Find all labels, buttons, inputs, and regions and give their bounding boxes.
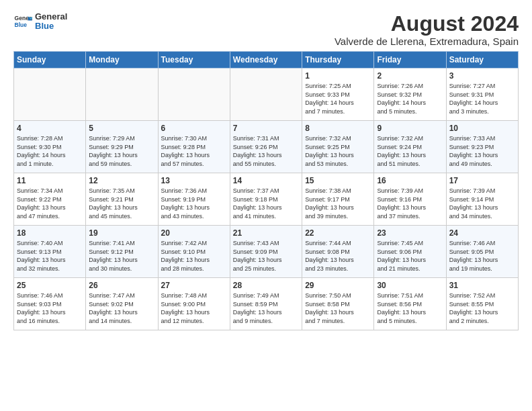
day-number: 27 bbox=[161, 281, 227, 290]
calendar-cell: 31Sunrise: 7:52 AM Sunset: 8:55 PM Dayli… bbox=[446, 278, 518, 330]
calendar-cell: 26Sunrise: 7:47 AM Sunset: 9:02 PM Dayli… bbox=[86, 278, 158, 330]
calendar-cell: 10Sunrise: 7:33 AM Sunset: 9:23 PM Dayli… bbox=[446, 121, 518, 173]
calendar-cell: 11Sunrise: 7:34 AM Sunset: 9:22 PM Dayli… bbox=[14, 173, 86, 226]
day-number: 26 bbox=[89, 281, 154, 290]
day-number: 28 bbox=[233, 281, 299, 290]
calendar-cell: 6Sunrise: 7:30 AM Sunset: 9:28 PM Daylig… bbox=[158, 121, 230, 173]
header-row: SundayMondayTuesdayWednesdayThursdayFrid… bbox=[14, 52, 519, 68]
cell-info: Sunrise: 7:25 AM Sunset: 9:33 PM Dayligh… bbox=[305, 82, 371, 116]
calendar-cell: 19Sunrise: 7:41 AM Sunset: 9:12 PM Dayli… bbox=[86, 226, 158, 278]
calendar-cell: 29Sunrise: 7:50 AM Sunset: 8:58 PM Dayli… bbox=[302, 278, 374, 330]
day-number: 17 bbox=[449, 176, 515, 185]
day-number: 12 bbox=[89, 176, 154, 185]
header-wednesday: Wednesday bbox=[230, 52, 302, 68]
header-monday: Monday bbox=[86, 52, 158, 68]
logo: General Blue General Blue bbox=[13, 12, 67, 32]
calendar-cell: 18Sunrise: 7:40 AM Sunset: 9:13 PM Dayli… bbox=[14, 226, 86, 278]
day-number: 1 bbox=[305, 71, 371, 81]
day-number: 14 bbox=[233, 176, 299, 185]
calendar-cell: 25Sunrise: 7:46 AM Sunset: 9:03 PM Dayli… bbox=[14, 278, 86, 330]
calendar-cell: 15Sunrise: 7:38 AM Sunset: 9:17 PM Dayli… bbox=[302, 173, 374, 226]
day-number: 29 bbox=[305, 281, 371, 290]
page: General Blue General Blue August 2024 Va… bbox=[0, 0, 532, 337]
day-number: 8 bbox=[305, 124, 371, 133]
calendar-cell: 4Sunrise: 7:28 AM Sunset: 9:30 PM Daylig… bbox=[14, 121, 86, 173]
calendar-cell: 9Sunrise: 7:32 AM Sunset: 9:24 PM Daylig… bbox=[374, 121, 446, 173]
calendar-cell: 17Sunrise: 7:39 AM Sunset: 9:14 PM Dayli… bbox=[446, 173, 518, 226]
day-number: 2 bbox=[377, 71, 443, 81]
title-block: August 2024 Valverde de Llerena, Extrema… bbox=[335, 12, 519, 47]
day-number: 11 bbox=[17, 176, 83, 185]
day-number: 7 bbox=[233, 124, 299, 133]
cell-info: Sunrise: 7:32 AM Sunset: 9:24 PM Dayligh… bbox=[377, 134, 443, 168]
header-saturday: Saturday bbox=[446, 52, 518, 68]
cell-info: Sunrise: 7:40 AM Sunset: 9:13 PM Dayligh… bbox=[17, 239, 83, 273]
cell-info: Sunrise: 7:46 AM Sunset: 9:03 PM Dayligh… bbox=[17, 291, 83, 325]
day-number: 13 bbox=[161, 176, 227, 185]
cell-info: Sunrise: 7:46 AM Sunset: 9:05 PM Dayligh… bbox=[449, 239, 515, 273]
calendar-cell: 24Sunrise: 7:46 AM Sunset: 9:05 PM Dayli… bbox=[446, 226, 518, 278]
header-friday: Friday bbox=[374, 52, 446, 68]
calendar-cell: 7Sunrise: 7:31 AM Sunset: 9:26 PM Daylig… bbox=[230, 121, 302, 173]
cell-info: Sunrise: 7:51 AM Sunset: 8:56 PM Dayligh… bbox=[377, 291, 443, 325]
calendar-cell: 28Sunrise: 7:49 AM Sunset: 8:59 PM Dayli… bbox=[230, 278, 302, 330]
calendar-cell: 21Sunrise: 7:43 AM Sunset: 9:09 PM Dayli… bbox=[230, 226, 302, 278]
cell-info: Sunrise: 7:39 AM Sunset: 9:16 PM Dayligh… bbox=[377, 187, 443, 220]
header-tuesday: Tuesday bbox=[158, 52, 230, 68]
logo-blue: Blue bbox=[35, 21, 67, 31]
day-number: 10 bbox=[449, 124, 515, 133]
day-number: 4 bbox=[17, 124, 83, 133]
calendar-cell: 22Sunrise: 7:44 AM Sunset: 9:08 PM Dayli… bbox=[302, 226, 374, 278]
calendar-cell: 12Sunrise: 7:35 AM Sunset: 9:21 PM Dayli… bbox=[86, 173, 158, 226]
day-number: 6 bbox=[161, 124, 227, 133]
day-number: 24 bbox=[449, 228, 515, 238]
calendar-cell: 13Sunrise: 7:36 AM Sunset: 9:19 PM Dayli… bbox=[158, 173, 230, 226]
cell-info: Sunrise: 7:52 AM Sunset: 8:55 PM Dayligh… bbox=[449, 291, 515, 325]
calendar-cell bbox=[86, 68, 158, 121]
week-row-5: 25Sunrise: 7:46 AM Sunset: 9:03 PM Dayli… bbox=[14, 278, 519, 330]
week-row-3: 11Sunrise: 7:34 AM Sunset: 9:22 PM Dayli… bbox=[14, 173, 519, 226]
calendar-cell bbox=[14, 68, 86, 121]
logo-icon: General Blue bbox=[13, 12, 32, 31]
cell-info: Sunrise: 7:38 AM Sunset: 9:17 PM Dayligh… bbox=[305, 187, 371, 220]
day-number: 31 bbox=[449, 281, 515, 290]
cell-info: Sunrise: 7:43 AM Sunset: 9:09 PM Dayligh… bbox=[233, 239, 299, 273]
day-number: 30 bbox=[377, 281, 443, 290]
cell-info: Sunrise: 7:29 AM Sunset: 9:29 PM Dayligh… bbox=[89, 134, 154, 168]
cell-info: Sunrise: 7:48 AM Sunset: 9:00 PM Dayligh… bbox=[161, 291, 227, 325]
cell-info: Sunrise: 7:37 AM Sunset: 9:18 PM Dayligh… bbox=[233, 187, 299, 220]
week-row-2: 4Sunrise: 7:28 AM Sunset: 9:30 PM Daylig… bbox=[14, 121, 519, 173]
calendar-cell: 30Sunrise: 7:51 AM Sunset: 8:56 PM Dayli… bbox=[374, 278, 446, 330]
calendar-cell: 27Sunrise: 7:48 AM Sunset: 9:00 PM Dayli… bbox=[158, 278, 230, 330]
cell-info: Sunrise: 7:35 AM Sunset: 9:21 PM Dayligh… bbox=[89, 187, 154, 220]
svg-text:Blue: Blue bbox=[15, 21, 28, 28]
cell-info: Sunrise: 7:45 AM Sunset: 9:06 PM Dayligh… bbox=[377, 239, 443, 273]
cell-info: Sunrise: 7:27 AM Sunset: 9:31 PM Dayligh… bbox=[449, 82, 515, 116]
calendar-cell: 23Sunrise: 7:45 AM Sunset: 9:06 PM Dayli… bbox=[374, 226, 446, 278]
cell-info: Sunrise: 7:47 AM Sunset: 9:02 PM Dayligh… bbox=[89, 291, 154, 325]
calendar-cell: 16Sunrise: 7:39 AM Sunset: 9:16 PM Dayli… bbox=[374, 173, 446, 226]
day-number: 21 bbox=[233, 228, 299, 238]
day-number: 9 bbox=[377, 124, 443, 133]
day-number: 5 bbox=[89, 124, 154, 133]
cell-info: Sunrise: 7:32 AM Sunset: 9:25 PM Dayligh… bbox=[305, 134, 371, 168]
calendar-cell: 2Sunrise: 7:26 AM Sunset: 9:32 PM Daylig… bbox=[374, 68, 446, 121]
cell-info: Sunrise: 7:49 AM Sunset: 8:59 PM Dayligh… bbox=[233, 291, 299, 325]
calendar-cell: 8Sunrise: 7:32 AM Sunset: 9:25 PM Daylig… bbox=[302, 121, 374, 173]
header-thursday: Thursday bbox=[302, 52, 374, 68]
cell-info: Sunrise: 7:39 AM Sunset: 9:14 PM Dayligh… bbox=[449, 187, 515, 220]
cell-info: Sunrise: 7:31 AM Sunset: 9:26 PM Dayligh… bbox=[233, 134, 299, 168]
location: Valverde de Llerena, Extremadura, Spain bbox=[335, 36, 519, 47]
header: General Blue General Blue August 2024 Va… bbox=[13, 12, 519, 47]
day-number: 15 bbox=[305, 176, 371, 185]
cell-info: Sunrise: 7:26 AM Sunset: 9:32 PM Dayligh… bbox=[377, 82, 443, 116]
cell-info: Sunrise: 7:44 AM Sunset: 9:08 PM Dayligh… bbox=[305, 239, 371, 273]
cell-info: Sunrise: 7:41 AM Sunset: 9:12 PM Dayligh… bbox=[89, 239, 154, 273]
week-row-4: 18Sunrise: 7:40 AM Sunset: 9:13 PM Dayli… bbox=[14, 226, 519, 278]
day-number: 18 bbox=[17, 228, 83, 238]
header-sunday: Sunday bbox=[14, 52, 86, 68]
calendar-cell: 14Sunrise: 7:37 AM Sunset: 9:18 PM Dayli… bbox=[230, 173, 302, 226]
cell-info: Sunrise: 7:42 AM Sunset: 9:10 PM Dayligh… bbox=[161, 239, 227, 273]
day-number: 16 bbox=[377, 176, 443, 185]
logo-general: General bbox=[35, 12, 67, 21]
